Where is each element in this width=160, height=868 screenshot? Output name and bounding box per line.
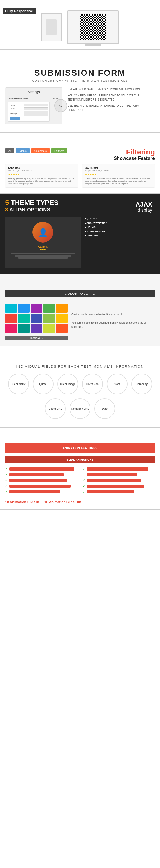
field-circle: Client URL [45, 398, 66, 419]
slide-in-number: 18 Animation Slide In [5, 500, 39, 504]
writing-text: ■ ABOUT WRITING 1 [85, 221, 155, 225]
field-row: Name [10, 104, 48, 106]
check-icon: ✓ [83, 467, 85, 471]
check-icon: ✓ [5, 478, 8, 482]
anim-bar [87, 479, 141, 482]
anim-bar [87, 467, 148, 470]
field-textarea [24, 111, 48, 116]
testimonial-text: Amazing great well top every All, Al' in… [8, 177, 75, 185]
section-filtering: All Clients Customers Partners Filtering… [0, 143, 160, 193]
check-icon: ✓ [5, 467, 8, 471]
anim-bar [87, 473, 137, 476]
connector-3 [0, 274, 160, 285]
testimonials-row: Sana Doe Marketing, Codexozon Inc. ★★★★★… [5, 164, 155, 188]
field-input [24, 107, 48, 110]
color-cell [56, 304, 68, 313]
field-circle: Stars [107, 374, 128, 394]
anim-item-right: ✓ [83, 490, 155, 494]
filtering-title: Filtering [114, 149, 155, 156]
connector-5 [0, 428, 160, 438]
v-line [80, 134, 80, 142]
color-grid [5, 304, 68, 333]
anim-bar [87, 485, 144, 488]
field-circle: Client Image [57, 374, 78, 394]
anim-item-left: ✓ [5, 478, 77, 482]
anim-bar [9, 467, 74, 470]
testimonial-name: Jay Hunter [85, 166, 152, 169]
testimonial-stars: ★★★★★ [8, 173, 75, 176]
anim-item-left: ✓ [5, 484, 77, 488]
anim-col-left: ✓ ✓ ✓ ✓ ✓ [5, 467, 77, 496]
animation-footer: 18 Animation Slide In 18 Animation Slide… [5, 500, 155, 504]
anim-item-left: ✓ [5, 490, 77, 494]
ajax-sub: display [136, 208, 152, 213]
color-cell [5, 304, 17, 313]
check-icon: ✓ [83, 484, 85, 488]
field-circle: Date [94, 398, 115, 419]
slide-in-count: 18 Animation Slide In [5, 500, 39, 504]
device-mockup [41, 10, 119, 44]
color-cell [56, 324, 68, 333]
fields-grid: Client NameQuoteClient ImageClient JobSt… [5, 374, 155, 419]
colors-desc1: Customizable colors to better fit in you… [72, 312, 155, 317]
filter-all-button[interactable]: All [5, 149, 14, 153]
demands-text: ■ DEMANDS [85, 234, 155, 238]
connector-4 [0, 346, 160, 357]
animation-header-text: ANIMATION FEATURES [62, 446, 98, 450]
check-icon: ✓ [5, 473, 8, 476]
responsive-badge: Fully Responsive [3, 8, 35, 14]
color-cell [31, 304, 42, 313]
field-row: Message [10, 111, 48, 116]
slide-out-count: 18 Animation Slide Out [45, 500, 81, 504]
field-label: Name [10, 104, 23, 106]
check-icon: ✓ [83, 490, 85, 494]
color-grid-wrapper: TEMPLATE [5, 301, 68, 340]
showcase-title: Showcase Feature [114, 156, 155, 161]
field-label: Email [10, 108, 23, 110]
color-cell [56, 314, 68, 323]
mobile-device [41, 13, 62, 41]
ajax-display: AJAX display [133, 199, 155, 216]
structure-text2: ■ STRUCTURE TO [85, 229, 155, 234]
avatar-icon: 👤 [38, 228, 48, 237]
color-cell [43, 304, 55, 313]
slide-out-number: 18 Animation Slide Out [45, 500, 81, 504]
color-cell [18, 304, 30, 313]
v-line [80, 51, 80, 59]
desc1: CREATE YOUR OWN FORM FOR FRONTEND SUBMIS… [68, 87, 155, 91]
colors-header: COLOR PALETTE [5, 290, 155, 297]
form-preview: Name Email Message [8, 102, 50, 122]
submission-subtitle: CUSTOMERS CAN WRITE THEIR OWN TESTIMONIA… [5, 79, 155, 82]
filter-customers-button[interactable]: Customers [31, 149, 50, 153]
check-icon: ✓ [83, 478, 85, 482]
connector-1 [0, 50, 160, 60]
colors-content: TEMPLATE Customizable colors to better f… [5, 301, 155, 340]
testimonial-stars: ★★★★★ [85, 173, 152, 176]
field-circle: Company URL [70, 398, 90, 419]
filter-clients-button[interactable]: Clients [16, 149, 30, 153]
structure-text: ■ HE HAS [85, 225, 155, 229]
qr-code [80, 14, 106, 40]
align-options: 3 ALIGN OPTIONS [5, 207, 58, 213]
anim-item-right: ✓ [83, 467, 155, 471]
testimonial-company: Marketing, Codexozon Inc. [8, 169, 75, 172]
anim-bar [87, 490, 134, 493]
filter-partners-button[interactable]: Partners [51, 149, 67, 153]
filter-buttons: All Clients Customers Partners [5, 149, 67, 153]
section-submission: SUBMISSION FORM CUSTOMERS CAN WRITE THEI… [0, 60, 160, 133]
testimonial-card: Sana Doe Marketing, Codexozon Inc. ★★★★★… [5, 164, 78, 188]
field-circle: Client Name [8, 374, 29, 394]
color-cell [5, 324, 17, 333]
section-responsive: Fully Responsive [0, 0, 160, 50]
desc2: YOU CAN REQUIRE SOME FIELDS AND TO VALID… [68, 94, 155, 102]
testimonial-company: Project Manager, CloudBit Co. [85, 169, 152, 172]
field-label: Message [10, 113, 23, 115]
v-line [80, 429, 80, 437]
animation-subheader-text: SLIDE ANIMATIONS [66, 458, 94, 461]
color-cell [5, 314, 17, 323]
anim-bar [9, 490, 60, 493]
v-line [80, 276, 80, 283]
settings-panel: Settings Show Option Name Label Name Ema… [5, 87, 62, 124]
color-cell [31, 324, 42, 333]
testimonial-text: Ut enim ad minim veniam, quis nostrud ex… [85, 177, 152, 185]
